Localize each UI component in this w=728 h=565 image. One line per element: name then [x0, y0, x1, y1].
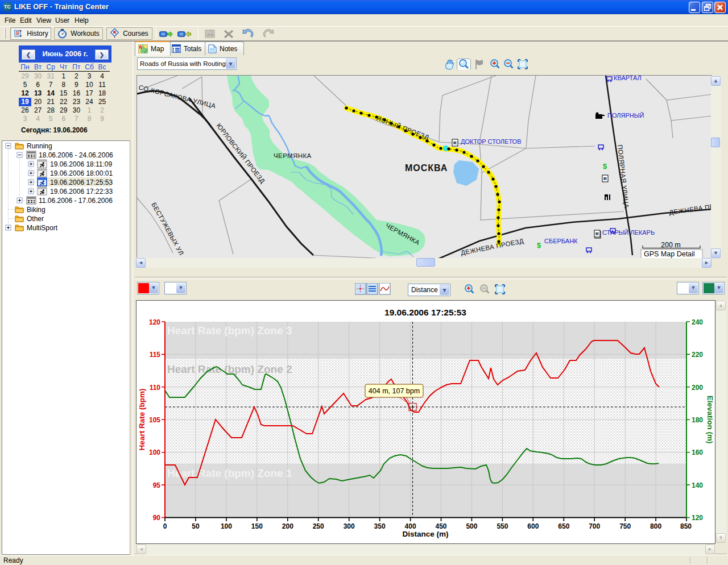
svg-text:250: 250 — [313, 522, 324, 530]
svg-text:Other: Other — [27, 215, 44, 223]
svg-text:0: 0 — [163, 522, 167, 530]
svg-text:100: 100 — [149, 448, 160, 456]
svg-text:ПОЛЯРНЫЙ: ПОЛЯРНЫЙ — [607, 112, 644, 119]
svg-text:850: 850 — [680, 522, 692, 530]
svg-text:404 m, 107 bpm: 404 m, 107 bpm — [369, 387, 420, 395]
svg-text:Heart Rate (bpm): Heart Rate (bpm) — [138, 389, 146, 451]
svg-text:18.06.2006 - 24.06.2006: 18.06.2006 - 24.06.2006 — [39, 151, 113, 159]
svg-text:19.06.2006 17:22:33: 19.06.2006 17:22:33 — [50, 188, 113, 196]
svg-text:Heart Rate (bpm) Zone 2: Heart Rate (bpm) Zone 2 — [167, 363, 292, 375]
svg-text:400: 400 — [405, 522, 416, 530]
svg-text:650: 650 — [558, 522, 569, 530]
svg-text:19.06.2006 18:11:09: 19.06.2006 18:11:09 — [50, 160, 113, 168]
svg-text:115: 115 — [150, 351, 161, 359]
svg-text:СБЕРБАНК: СБЕРБАНК — [544, 238, 578, 244]
svg-text:11.06.2006 - 17.06.2006: 11.06.2006 - 17.06.2006 — [39, 197, 113, 205]
svg-text:Biking: Biking — [27, 206, 46, 214]
svg-text:120: 120 — [149, 318, 160, 326]
svg-text:90: 90 — [153, 514, 161, 522]
svg-text:200: 200 — [282, 522, 293, 530]
svg-text:$: $ — [537, 241, 541, 250]
svg-text:Heart Rate (bpm) Zone 3: Heart Rate (bpm) Zone 3 — [167, 325, 292, 336]
svg-text:19.06.2006 18:00:01: 19.06.2006 18:00:01 — [50, 169, 113, 177]
svg-text:500: 500 — [466, 522, 477, 530]
svg-text:220: 220 — [692, 351, 703, 359]
svg-text:Elevation (m): Elevation (m) — [706, 396, 714, 444]
svg-text:120: 120 — [692, 514, 703, 522]
svg-text:150: 150 — [251, 522, 263, 530]
svg-text:GPS Map Detail: GPS Map Detail — [644, 250, 695, 258]
svg-text:350: 350 — [374, 522, 386, 530]
svg-text:95: 95 — [153, 481, 161, 489]
svg-text:180: 180 — [692, 416, 703, 424]
svg-text:600: 600 — [527, 522, 539, 530]
svg-text:ДОКТОР СТОЛЕТОВ: ДОКТОР СТОЛЕТОВ — [461, 138, 522, 145]
svg-text:105: 105 — [149, 416, 160, 424]
svg-text:R: R — [453, 140, 457, 146]
svg-text:$: $ — [603, 162, 607, 171]
svg-text:КВАРТАЛ: КВАРТАЛ — [614, 76, 642, 81]
svg-text:140: 140 — [692, 481, 703, 489]
svg-text:100: 100 — [221, 522, 232, 530]
svg-text:200 m: 200 m — [661, 241, 681, 249]
svg-text:МОСКВА: МОСКВА — [405, 163, 448, 173]
svg-text:550: 550 — [497, 522, 508, 530]
svg-text:450: 450 — [435, 522, 446, 530]
svg-text:19.06.2006 17:25:53: 19.06.2006 17:25:53 — [50, 178, 113, 186]
svg-text:Running: Running — [27, 142, 52, 150]
svg-text:240: 240 — [692, 318, 703, 326]
svg-text:ЧЕРМЯНКА: ЧЕРМЯНКА — [274, 152, 312, 159]
svg-text:R: R — [595, 231, 599, 236]
svg-text:200: 200 — [692, 384, 703, 392]
svg-text:Distance (m): Distance (m) — [402, 530, 448, 538]
svg-text:160: 160 — [692, 448, 703, 456]
svg-text:300: 300 — [344, 522, 355, 530]
svg-text:700: 700 — [589, 522, 600, 530]
svg-text:110: 110 — [150, 384, 161, 392]
svg-text:Heart Rate (bpm) Zone 1: Heart Rate (bpm) Zone 1 — [167, 467, 292, 479]
svg-text:800: 800 — [650, 522, 661, 530]
svg-text:50: 50 — [192, 522, 200, 530]
svg-text:19.06.2006 17:25:53: 19.06.2006 17:25:53 — [384, 308, 466, 317]
svg-text:750: 750 — [619, 522, 631, 530]
svg-text:MultiSport: MultiSport — [27, 224, 58, 232]
